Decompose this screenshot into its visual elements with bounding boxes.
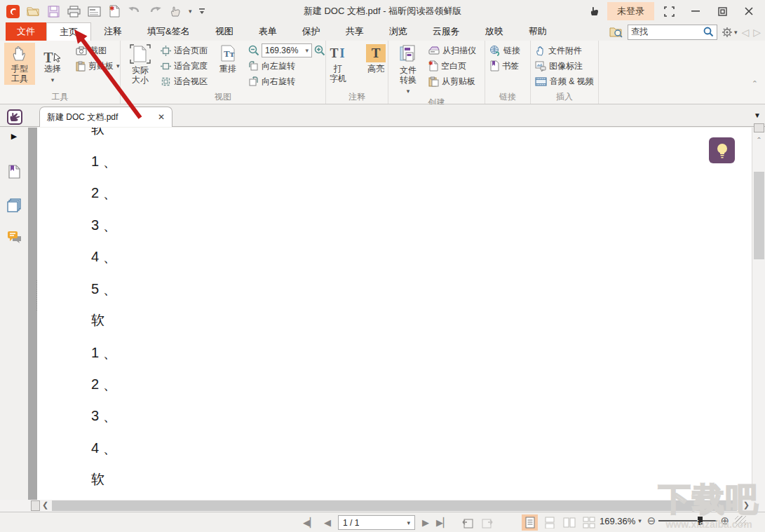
fit-visible-icon <box>161 76 171 87</box>
print-icon[interactable] <box>67 4 81 18</box>
audio-video-button[interactable]: 音频 & 视频 <box>535 74 594 89</box>
menu-tab-cloud[interactable]: 云服务 <box>420 22 473 41</box>
menu-tab-fill-sign[interactable]: 填写&签名 <box>135 22 203 41</box>
zoom-in-button[interactable]: ⊕ <box>720 514 729 527</box>
reflow-button[interactable]: Tᴛ 重排 <box>212 43 243 75</box>
fit-width-button[interactable]: 适合宽度 <box>161 58 208 74</box>
typewriter-button[interactable]: TI 打 字机 <box>323 43 353 85</box>
tab-list-dropdown-icon[interactable]: ▼ <box>754 111 761 119</box>
menu-tab-view[interactable]: 视图 <box>203 22 246 41</box>
menu-tab-help[interactable]: 帮助 <box>516 22 560 41</box>
quick-access-toolbar: ✱ ▾ <box>0 4 205 18</box>
undo-icon[interactable] <box>128 4 142 18</box>
minimize-button[interactable] <box>684 2 708 20</box>
actual-size-button[interactable]: 实际 大小 <box>125 43 156 86</box>
convert-file-button[interactable]: 文件 转换 ▾ <box>393 43 424 97</box>
previous-page-icon[interactable]: ◀ <box>324 517 331 528</box>
pages-panel-icon[interactable] <box>7 198 21 212</box>
facing-view-icon[interactable] <box>561 514 577 531</box>
blank-page-button[interactable]: ✱ 空白页 <box>428 58 476 74</box>
document-line: 2 、 <box>91 375 117 394</box>
document-page[interactable]: 软 1 、 2 、 3 、 4 、 5 、 软 1 、 2 、 3 、 4 、 … <box>37 128 752 500</box>
customize-toolbar-icon[interactable] <box>198 7 205 15</box>
search-folder-icon[interactable] <box>609 26 623 38</box>
menu-tab-file[interactable]: 文件 <box>6 22 46 41</box>
assistant-lightbulb-button[interactable] <box>709 137 735 163</box>
link-button[interactable]: 链接 <box>489 43 520 58</box>
status-zoom-dropdown-caret[interactable]: ▾ <box>638 517 642 524</box>
document-tab[interactable]: 新建 DOC 文档.pdf ✕ <box>39 107 172 127</box>
stamp-dropdown-caret[interactable]: ▾ <box>189 8 192 15</box>
horizontal-scrollbar-thumb[interactable] <box>52 500 737 511</box>
menu-tab-browse[interactable]: 浏览 <box>377 22 420 41</box>
vertical-scrollbar-thumb[interactable] <box>754 172 764 259</box>
snapshot-button[interactable]: 截图 <box>76 43 120 58</box>
panel-splitter[interactable] <box>28 128 37 500</box>
bookmarks-panel-icon[interactable] <box>8 165 20 179</box>
menu-tab-slideshow[interactable]: 放映 <box>473 22 516 41</box>
close-button[interactable] <box>737 2 761 20</box>
zoom-slider-handle[interactable] <box>698 517 703 525</box>
foxit-hand-logo-icon[interactable] <box>7 109 22 125</box>
stamp-hand-icon[interactable] <box>168 4 182 18</box>
fit-visible-button[interactable]: 适合视区 <box>161 74 208 89</box>
select-tool-button[interactable]: T 选择 ▾ <box>37 43 68 86</box>
new-document-icon[interactable]: ✱ <box>107 4 121 18</box>
search-settings-gear-icon[interactable]: ▾ <box>722 27 738 38</box>
page-number-select[interactable]: 1 / 1 ▾ <box>338 515 415 530</box>
zoom-out-icon[interactable] <box>248 45 259 56</box>
from-clipboard-button[interactable]: 从剪贴板 <box>428 74 476 89</box>
hscrollbar-split-box[interactable] <box>31 500 40 511</box>
menu-tab-home[interactable]: 主页 <box>46 22 91 41</box>
ribbon-collapse-icon[interactable]: ⌃ <box>752 79 758 88</box>
redo-icon[interactable] <box>148 4 162 18</box>
next-view-icon[interactable] <box>481 517 494 528</box>
login-status-badge[interactable]: 未登录 <box>607 2 654 20</box>
hand-tool-button[interactable]: 手型 工具 <box>4 43 35 85</box>
from-scanner-button[interactable]: 从扫描仪 <box>428 43 476 58</box>
vertical-scrollbar[interactable]: ⌃ ⌄ <box>752 128 765 500</box>
menu-tab-protect[interactable]: 保护 <box>290 22 333 41</box>
find-previous-icon[interactable]: ◁ <box>741 27 749 38</box>
menu-tab-share[interactable]: 共享 <box>333 22 377 41</box>
image-annotation-button[interactable]: 图像标注 <box>535 58 594 74</box>
find-next-icon[interactable]: ▷ <box>753 27 761 38</box>
zoom-out-button[interactable]: ⊖ <box>647 514 656 527</box>
file-attachment-button[interactable]: 文件附件 <box>535 43 594 58</box>
typewriter-icon: TI <box>330 44 346 62</box>
previous-view-icon[interactable] <box>461 517 474 528</box>
first-page-icon[interactable]: ◀▏ <box>303 517 317 528</box>
tab-close-icon[interactable]: ✕ <box>158 112 165 122</box>
continuous-view-icon[interactable] <box>541 514 557 531</box>
fit-page-button[interactable]: 适合页面 <box>161 43 208 58</box>
share-hand-icon[interactable] <box>586 2 604 20</box>
menu-tab-comment[interactable]: 注释 <box>91 22 135 41</box>
scroll-left-icon[interactable]: ❮ <box>42 500 48 510</box>
document-tab-title: 新建 DOC 文档.pdf <box>47 111 118 123</box>
horizontal-scrollbar[interactable]: ❮ ❯ <box>0 500 765 512</box>
scroll-right-icon[interactable]: ❯ <box>743 500 750 510</box>
panel-expand-icon[interactable]: ▶ <box>11 132 17 141</box>
rotate-left-button[interactable]: 向左旋转 <box>248 58 325 74</box>
zoom-slider[interactable] <box>658 520 717 521</box>
window-resize-grip[interactable] <box>735 516 746 526</box>
scroll-up-icon[interactable]: ⌃ <box>752 136 765 144</box>
fullscreen-icon[interactable] <box>657 2 681 20</box>
maximize-button[interactable] <box>710 2 734 20</box>
zoom-level-select[interactable]: 169.36% ▾ <box>262 43 312 57</box>
continuous-facing-view-icon[interactable] <box>581 514 597 531</box>
clipboard-button[interactable]: 剪贴板 ▾ <box>76 58 120 74</box>
rotate-right-button[interactable]: 向右旋转 <box>248 74 325 89</box>
next-page-icon[interactable]: ▶ <box>422 517 429 528</box>
comments-panel-icon[interactable] <box>7 231 22 244</box>
scrollbar-split-box[interactable] <box>754 123 764 132</box>
highlight-button[interactable]: T 高亮 <box>360 43 391 75</box>
menu-tab-form[interactable]: 表单 <box>246 22 290 41</box>
last-page-icon[interactable]: ▶▏ <box>436 517 450 528</box>
save-icon[interactable] <box>46 4 60 18</box>
email-icon[interactable] <box>87 4 101 18</box>
search-input[interactable]: 查找 <box>628 25 717 40</box>
open-file-icon[interactable] <box>26 4 40 18</box>
bookmark-button[interactable]: 书签 <box>489 58 520 74</box>
single-page-view-icon[interactable] <box>522 514 538 531</box>
